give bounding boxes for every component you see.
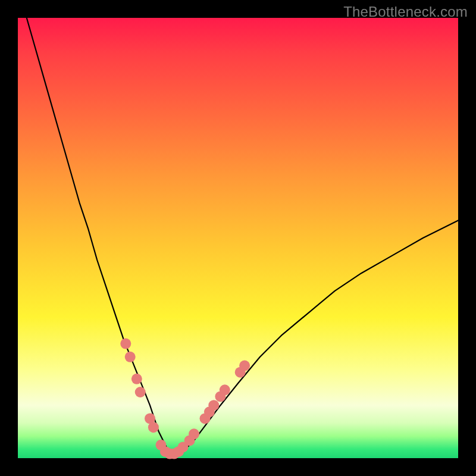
- marker-dot: [208, 400, 219, 411]
- marker-dot: [120, 339, 131, 349]
- curve-svg: [18, 18, 458, 458]
- marker-dot: [135, 387, 146, 397]
- watermark-text: TheBottleneck.com: [343, 4, 468, 20]
- plot-area: [18, 18, 458, 458]
- marker-dot: [220, 384, 230, 395]
- marker-dot: [239, 361, 250, 371]
- marker-dot: [125, 352, 136, 362]
- curve-path: [27, 18, 458, 454]
- highlight-markers: [120, 339, 250, 459]
- marker-dot: [189, 428, 199, 439]
- marker-dot: [148, 422, 159, 433]
- bottleneck-curve: [27, 18, 458, 454]
- outer-frame: TheBottleneck.com: [0, 0, 476, 476]
- marker-dot: [131, 374, 142, 384]
